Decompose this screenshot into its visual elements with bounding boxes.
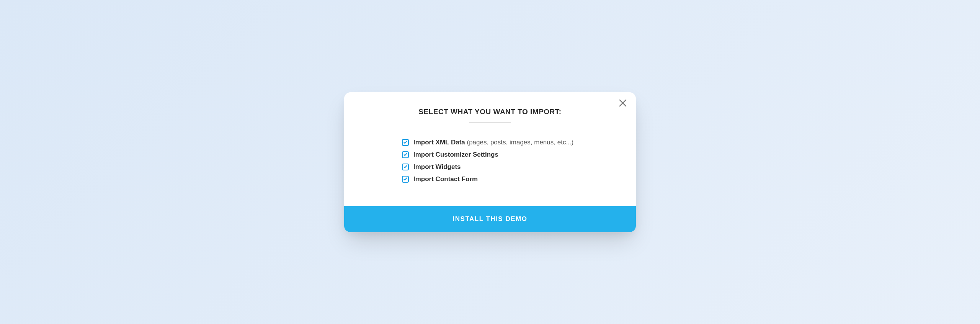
title-divider — [469, 122, 511, 123]
check-icon — [403, 176, 408, 183]
modal-title: SELECT WHAT YOU WANT TO IMPORT: — [359, 108, 621, 116]
option-import-contact-form[interactable]: Import Contact Form — [402, 175, 578, 183]
option-import-xml[interactable]: Import XML Data (pages, posts, images, m… — [402, 139, 578, 146]
checkbox-import-contact-form[interactable] — [402, 176, 409, 183]
import-options: Import XML Data (pages, posts, images, m… — [402, 139, 578, 183]
option-label-hint: (pages, posts, images, menus, etc...) — [465, 139, 573, 146]
install-button[interactable]: INSTALL THIS DEMO — [344, 206, 636, 232]
option-label: Import Customizer Settings — [413, 151, 498, 159]
option-label: Import Widgets — [413, 163, 461, 171]
modal-body: SELECT WHAT YOU WANT TO IMPORT: Import X… — [344, 92, 636, 206]
close-button[interactable] — [617, 98, 629, 110]
option-label-text: Import Customizer Settings — [413, 151, 498, 158]
option-import-customizer[interactable]: Import Customizer Settings — [402, 151, 578, 159]
close-icon — [618, 98, 627, 109]
option-label: Import XML Data (pages, posts, images, m… — [413, 139, 573, 146]
option-label-text: Import XML Data — [413, 139, 465, 146]
check-icon — [403, 139, 408, 146]
option-import-widgets[interactable]: Import Widgets — [402, 163, 578, 171]
checkbox-import-customizer[interactable] — [402, 151, 409, 158]
checkbox-import-widgets[interactable] — [402, 164, 409, 170]
check-icon — [403, 151, 408, 158]
option-label-text: Import Contact Form — [413, 175, 478, 183]
option-label-text: Import Widgets — [413, 163, 461, 170]
import-modal: SELECT WHAT YOU WANT TO IMPORT: Import X… — [344, 92, 636, 232]
option-label: Import Contact Form — [413, 175, 478, 183]
checkbox-import-xml[interactable] — [402, 139, 409, 146]
check-icon — [403, 164, 408, 170]
